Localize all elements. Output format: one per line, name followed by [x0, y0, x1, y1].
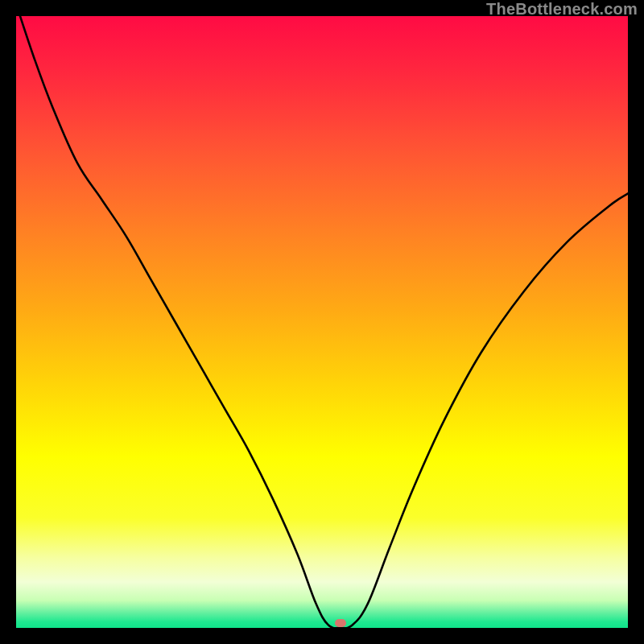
optimal-point-marker — [335, 619, 346, 627]
chart-frame: TheBottleneck.com — [0, 0, 644, 644]
bottleneck-curve — [16, 16, 628, 628]
plot-area — [16, 16, 628, 628]
